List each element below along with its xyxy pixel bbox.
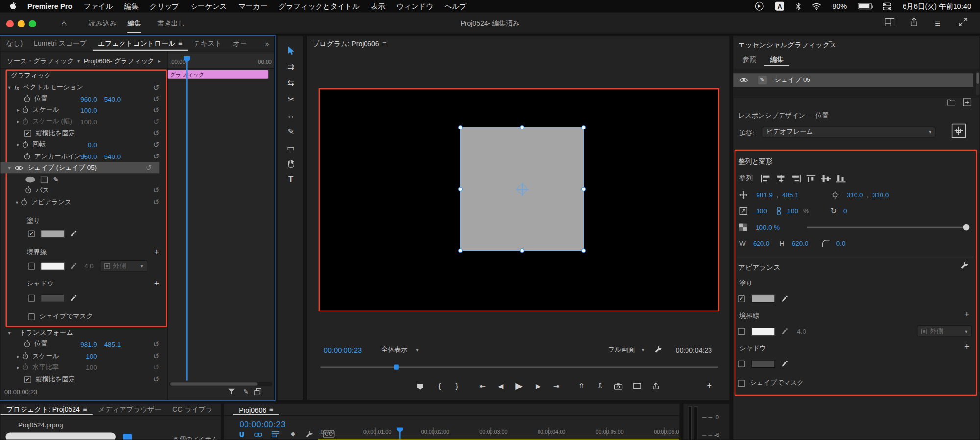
- eye-icon[interactable]: [14, 165, 23, 170]
- disclosure-icon[interactable]: ▾: [8, 85, 11, 90]
- ec-horizontal-scrollbar[interactable]: [169, 382, 272, 386]
- zoom-level-dropdown[interactable]: 全体表示▾: [377, 344, 422, 356]
- timeline-timecode[interactable]: 00:00:00:23: [240, 420, 286, 429]
- pen-keyframe-icon[interactable]: ✎: [243, 388, 249, 396]
- panel-menu-icon[interactable]: ≡: [178, 40, 182, 47]
- comparison-view-icon[interactable]: [633, 383, 641, 389]
- eg-anchor-x[interactable]: 310.0: [847, 191, 863, 198]
- shape-anchor-point[interactable]: [517, 184, 527, 194]
- go-to-in-icon[interactable]: ⇤: [479, 382, 486, 390]
- ec-timeline-ruler[interactable]: :00:00 00:00: [168, 54, 275, 69]
- playback-resolution-dropdown[interactable]: フル画面▾: [604, 344, 648, 356]
- search-input[interactable]: [5, 432, 115, 440]
- add-marker-icon[interactable]: [417, 383, 424, 390]
- disclosure-icon[interactable]: ▸: [17, 353, 19, 359]
- reset-icon[interactable]: ↺: [153, 375, 159, 384]
- mark-in-icon[interactable]: {: [438, 382, 441, 390]
- eg-anchor-y[interactable]: 310.0: [873, 191, 889, 198]
- eg-width-value[interactable]: 620.0: [753, 240, 770, 247]
- reset-icon[interactable]: ↺: [153, 152, 159, 161]
- stopwatch-icon[interactable]: [24, 96, 30, 102]
- play-button[interactable]: ▶: [515, 381, 523, 392]
- source-clip-select[interactable]: ソース・グラフィック: [7, 56, 74, 65]
- pen-icon[interactable]: ✎: [53, 176, 59, 184]
- control-center-icon[interactable]: [883, 2, 891, 10]
- add-stroke-button[interactable]: +: [154, 248, 159, 257]
- eyedropper-icon[interactable]: [781, 328, 788, 335]
- eg-radius-value[interactable]: 0.0: [836, 240, 846, 247]
- pen-tool[interactable]: ✎: [287, 127, 294, 136]
- layer-list-scrollbar[interactable]: [976, 71, 980, 95]
- tab-effect-controls[interactable]: エフェクトコントロール≡: [92, 36, 188, 51]
- row-shape-layer-selected[interactable]: ▾ シェイプ (シェイプ 05) ↺: [0, 162, 159, 173]
- scale-value[interactable]: 100.0: [74, 106, 97, 114]
- tab-project[interactable]: プロジェクト: Proj0524≡: [0, 404, 93, 415]
- scrollbar-thumb[interactable]: [170, 382, 258, 385]
- menu-file[interactable]: ファイル: [83, 1, 113, 11]
- rectangle-tool[interactable]: ▭: [287, 143, 294, 153]
- disclosure-icon[interactable]: ▸: [17, 142, 19, 147]
- reset-icon[interactable]: ↺: [153, 129, 159, 138]
- align-center-horizontal-icon[interactable]: [776, 174, 785, 182]
- opacity-slider-knob[interactable]: [963, 224, 970, 231]
- linked-selection-icon[interactable]: [254, 431, 262, 438]
- media-play-icon[interactable]: ▶: [755, 2, 764, 11]
- shape-handle[interactable]: [458, 187, 463, 191]
- menu-edit[interactable]: 編集: [124, 1, 138, 11]
- ellipse-shape-icon[interactable]: [25, 177, 35, 183]
- layers-icon[interactable]: [254, 388, 261, 395]
- export-frame-icon[interactable]: [614, 383, 623, 390]
- add-shadow-button[interactable]: +: [154, 279, 159, 288]
- hand-tool[interactable]: [287, 159, 294, 168]
- ripple-edit-tool[interactable]: ⇆: [287, 78, 294, 87]
- mark-out-icon[interactable]: }: [456, 382, 458, 390]
- menu-window[interactable]: ウィンドウ: [396, 1, 433, 11]
- stopwatch-icon[interactable]: [24, 341, 30, 347]
- eg-position-x[interactable]: 981.9: [756, 191, 773, 198]
- export-media-icon[interactable]: [652, 382, 659, 389]
- tab-edit[interactable]: 編集: [764, 52, 789, 66]
- opacity-slider[interactable]: [807, 227, 968, 228]
- workspaces-icon[interactable]: [885, 18, 894, 26]
- reset-icon[interactable]: ↺: [153, 198, 159, 207]
- new-layer-icon[interactable]: [963, 98, 972, 106]
- shadow-enable-checkbox[interactable]: [28, 294, 35, 301]
- shape-handle[interactable]: [581, 125, 586, 129]
- menubar-datetime[interactable]: 6月6日(火) 午前10:40: [903, 1, 971, 11]
- reset-icon[interactable]: ↺: [153, 186, 159, 195]
- lift-icon[interactable]: ⇧: [578, 382, 585, 390]
- transform-position-y[interactable]: 485.1: [98, 340, 121, 348]
- rotation-value[interactable]: 0.0: [74, 141, 97, 148]
- menu-graphics-titles[interactable]: グラフィックとタイトル: [279, 1, 360, 11]
- fill-enable-checkbox[interactable]: [738, 295, 745, 302]
- stopwatch-icon[interactable]: [23, 353, 28, 359]
- panel-menu-icon[interactable]: ≡: [382, 40, 386, 47]
- program-scrubber[interactable]: [320, 365, 718, 370]
- add-marker-icon[interactable]: ◆: [291, 430, 295, 437]
- share-icon[interactable]: [910, 18, 918, 26]
- disclosure-icon[interactable]: ▾: [8, 330, 11, 336]
- reset-icon[interactable]: ↺: [153, 140, 159, 149]
- panel-menu-icon[interactable]: ≡: [270, 406, 273, 413]
- eg-rotation-value[interactable]: 0: [843, 207, 847, 214]
- eg-scale-value[interactable]: 100: [756, 207, 767, 214]
- settings-wrench-icon[interactable]: [306, 431, 313, 438]
- stroke-enable-checkbox[interactable]: [28, 262, 35, 269]
- hamburger-menu-icon[interactable]: ≡: [935, 18, 940, 28]
- uniform-scale-checkbox[interactable]: [24, 130, 31, 137]
- wifi-icon[interactable]: [812, 3, 821, 10]
- shape-handle[interactable]: [520, 125, 524, 129]
- follow-dropdown[interactable]: ビデオフレーム▾: [762, 127, 936, 138]
- track-select-forward-tool[interactable]: ⇉: [287, 62, 294, 71]
- settings-wrench-icon[interactable]: [654, 345, 662, 354]
- fill-color-swatch[interactable]: [41, 229, 64, 237]
- tab-audio-truncated[interactable]: オー: [227, 36, 252, 51]
- step-back-icon[interactable]: ◀: [498, 382, 504, 390]
- target-clip-name[interactable]: Proj0606- グラフィック: [84, 56, 154, 65]
- step-forward-icon[interactable]: ▶: [536, 382, 541, 390]
- stopwatch-icon[interactable]: [24, 154, 30, 159]
- shape-handle[interactable]: [581, 248, 586, 253]
- menu-sequence[interactable]: シーケンス: [191, 1, 227, 11]
- align-top-icon[interactable]: [806, 174, 815, 182]
- reset-icon[interactable]: ↺: [153, 106, 159, 115]
